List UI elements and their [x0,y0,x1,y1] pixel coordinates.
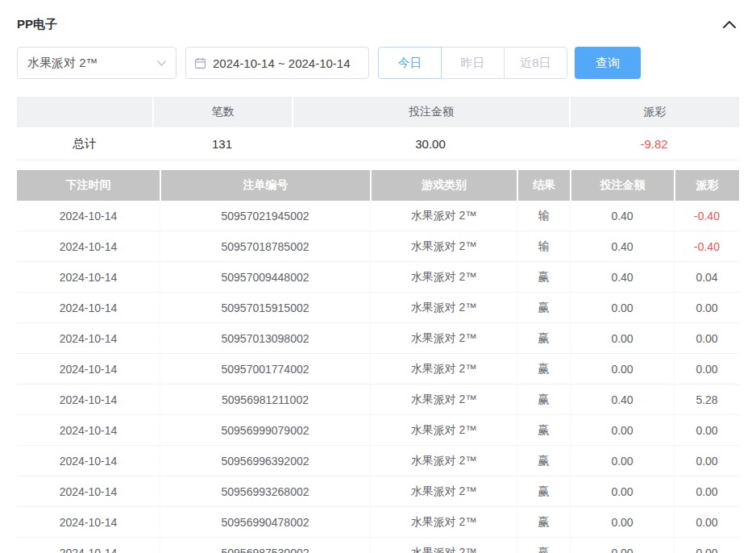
summary-table: 笔数 投注金额 派彩 总计 131 30.00 -9.82 [17,97,739,160]
summary-total-payout: -9.82 [569,127,739,160]
cell-payout: 0.00 [674,354,739,384]
cell-payout: 0.00 [674,446,739,476]
cell-bet-time: 2024-10-14 [17,415,160,445]
cell-bet-amount: 0.00 [570,507,674,537]
chevron-down-icon [157,60,166,66]
cell-order-id: 50957015915002 [160,293,370,322]
cell-order-id: 50956993268002 [160,476,370,506]
table-row: 2024-10-1450957018785002水果派对 2™输0.40-0.4… [17,231,739,262]
table-row: 2024-10-1450957013098002水果派对 2™赢0.000.00 [17,323,739,354]
cell-payout: 0.00 [674,293,739,322]
cell-game-type: 水果派对 2™ [370,354,517,384]
table-row: 2024-10-1450957021945002水果派对 2™输0.40-0.4… [17,201,739,231]
cell-bet-time: 2024-10-14 [17,323,160,353]
cell-result: 赢 [517,354,570,384]
cell-bet-time: 2024-10-14 [17,231,160,261]
cell-order-id: 50956996392002 [160,446,370,476]
cell-order-id: 50957018785002 [160,231,370,261]
bet-table-body: 2024-10-1450957021945002水果派对 2™输0.40-0.4… [17,201,739,553]
cell-result: 赢 [517,323,570,353]
table-row: 2024-10-1450956981211002水果派对 2™赢0.405.28 [17,385,739,415]
header-result: 结果 [517,170,570,201]
cell-result: 赢 [517,538,570,553]
cell-payout: -0.40 [674,201,739,231]
query-button[interactable]: 查询 [575,47,641,79]
quick-range-group: 今日 昨日 近8日 [378,47,567,79]
header-bet-amount: 投注金额 [570,170,674,201]
cell-bet-time: 2024-10-14 [17,476,160,506]
cell-bet-time: 2024-10-14 [17,507,160,537]
cell-bet-amount: 0.40 [570,231,674,261]
cell-bet-time: 2024-10-14 [17,446,160,476]
cell-result: 赢 [517,476,570,506]
game-select-value: 水果派对 2™ [27,56,98,71]
game-select[interactable]: 水果派对 2™ [17,47,177,79]
summary-header-bet-amount: 投注金额 [292,97,569,127]
bet-table-header-row: 下注时间 注单编号 游戏类别 结果 投注金额 派彩 [17,170,739,201]
cell-bet-time: 2024-10-14 [17,354,160,384]
cell-game-type: 水果派对 2™ [370,231,517,261]
calendar-icon [194,57,206,69]
cell-bet-amount: 0.00 [570,446,674,476]
cell-payout: -0.40 [674,231,739,261]
cell-game-type: 水果派对 2™ [370,538,517,553]
cell-order-id: 50956987530002 [160,538,370,553]
cell-bet-amount: 0.00 [570,538,674,553]
cell-bet-amount: 0.40 [570,262,674,292]
cell-game-type: 水果派对 2™ [370,415,517,445]
filter-bar: 水果派对 2™ 2024-10-14 ~ 2024-10-14 今日 昨日 [17,47,739,79]
header-game-type: 游戏类别 [370,170,517,201]
cell-order-id: 50957009448002 [160,262,370,292]
cell-game-type: 水果派对 2™ [370,476,517,506]
cell-payout: 0.00 [674,415,739,445]
cell-bet-time: 2024-10-14 [17,538,160,553]
table-row: 2024-10-1450956999079002水果派对 2™赢0.000.00 [17,415,739,446]
bet-table: 下注时间 注单编号 游戏类别 结果 投注金额 派彩 2024-10-145095… [17,170,739,553]
cell-bet-time: 2024-10-14 [17,293,160,322]
cell-bet-amount: 0.00 [570,293,674,322]
cell-payout: 0.00 [674,538,739,553]
cell-bet-amount: 0.00 [570,354,674,384]
cell-game-type: 水果派对 2™ [370,446,517,476]
summary-header-payout: 派彩 [569,97,739,127]
cell-order-id: 50956981211002 [160,385,370,414]
page-title: PP电子 [17,17,57,32]
today-button[interactable]: 今日 [378,47,442,79]
cell-bet-time: 2024-10-14 [17,262,160,292]
summary-header-empty [17,97,152,127]
date-range-input[interactable]: 2024-10-14 ~ 2024-10-14 [185,47,369,79]
summary-total-count: 131 [152,127,292,160]
cell-payout: 0.04 [674,262,739,292]
header-bet-time: 下注时间 [17,170,160,201]
header-order-id: 注单编号 [160,170,370,201]
cell-bet-amount: 0.00 [570,323,674,353]
cell-order-id: 50956990478002 [160,507,370,537]
table-row: 2024-10-1450956990478002水果派对 2™赢0.000.00 [17,507,739,538]
summary-total-bet-amount: 30.00 [292,127,569,160]
date-range-value: 2024-10-14 ~ 2024-10-14 [213,56,351,70]
summary-header-count: 笔数 [152,97,292,127]
pp-dianzi-panel: PP电子 水果派对 2™ [0,0,756,553]
cell-result: 赢 [517,507,570,537]
panel-header: PP电子 [17,13,739,35]
table-row: 2024-10-1450956987530002水果派对 2™赢0.000.00 [17,538,739,553]
collapse-chevron-up-icon[interactable] [720,19,739,30]
cell-result: 赢 [517,293,570,322]
cell-payout: 0.00 [674,507,739,537]
cell-result: 输 [517,201,570,231]
cell-game-type: 水果派对 2™ [370,385,517,414]
cell-payout: 0.00 [674,323,739,353]
cell-payout: 5.28 [674,385,739,414]
last-8-days-button[interactable]: 近8日 [504,47,567,79]
table-row: 2024-10-1450956996392002水果派对 2™赢0.000.00 [17,446,739,476]
cell-bet-time: 2024-10-14 [17,385,160,414]
cell-game-type: 水果派对 2™ [370,262,517,292]
cell-game-type: 水果派对 2™ [370,323,517,353]
summary-header-row: 笔数 投注金额 派彩 [17,97,739,127]
summary-total-label: 总计 [17,127,152,160]
yesterday-button[interactable]: 昨日 [441,47,505,79]
table-row: 2024-10-1450957001774002水果派对 2™赢0.000.00 [17,354,739,385]
cell-order-id: 50956999079002 [160,415,370,445]
cell-bet-amount: 0.00 [570,476,674,506]
summary-total-row: 总计 131 30.00 -9.82 [17,127,739,160]
